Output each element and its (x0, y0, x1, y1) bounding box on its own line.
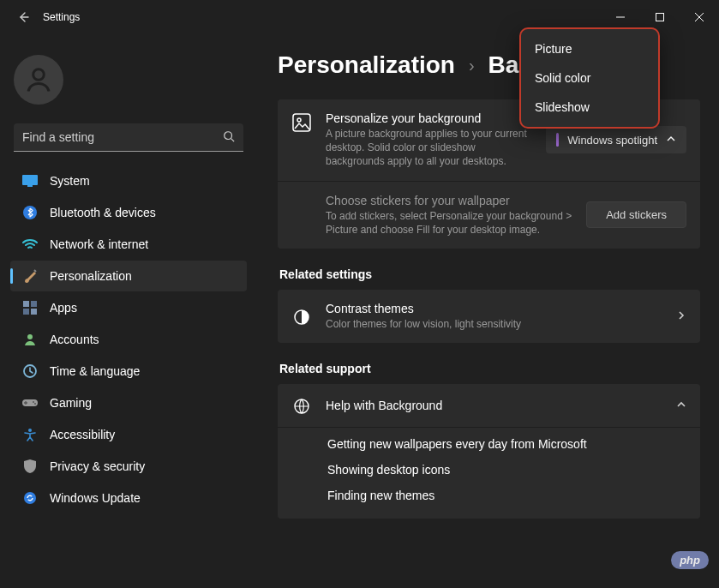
nav-label: Network & internet (50, 237, 148, 251)
sidebar-item-gaming[interactable]: Gaming (10, 387, 247, 418)
dropdown-selected: Windows spotlight (567, 134, 657, 147)
svg-point-13 (33, 401, 34, 403)
related-settings-heading: Related settings (279, 267, 700, 281)
svg-rect-0 (656, 14, 664, 21)
watermark-pill: php (671, 551, 709, 569)
svg-point-14 (34, 403, 36, 405)
sidebar-item-accessibility[interactable]: Accessibility (10, 419, 247, 450)
chevron-up-icon (676, 398, 686, 413)
gamepad-icon (22, 395, 38, 411)
accent-bar (556, 133, 559, 147)
option-solid-color[interactable]: Solid color (521, 63, 658, 93)
sidebar-item-privacy[interactable]: Privacy & security (10, 451, 247, 482)
svg-rect-8 (23, 309, 29, 315)
chevron-right-icon (676, 309, 686, 324)
clock-icon (22, 363, 38, 379)
svg-point-10 (27, 334, 33, 339)
bluetooth-icon (22, 205, 38, 220)
sidebar-item-system[interactable]: System (10, 165, 247, 196)
display-icon (22, 173, 38, 189)
svg-rect-9 (31, 309, 37, 315)
contrast-sub: Color themes for low vision, light sensi… (326, 317, 662, 331)
search-icon (223, 130, 235, 146)
update-icon (22, 490, 38, 506)
minimize-icon (616, 13, 625, 21)
close-button[interactable] (680, 3, 719, 31)
help-card: Help with Background Getting new wallpap… (278, 384, 700, 519)
sidebar-item-bluetooth[interactable]: Bluetooth & devices (10, 197, 247, 228)
help-link-icons[interactable]: Showing desktop icons (278, 457, 700, 483)
window-title: Settings (43, 11, 80, 23)
option-slideshow[interactable]: Slideshow (521, 93, 658, 122)
svg-point-18 (297, 118, 301, 122)
contrast-icon (291, 307, 312, 326)
help-title: Help with Background (326, 399, 662, 412)
personalize-sub: A picture background applies to your cur… (326, 127, 532, 169)
nav-label: Gaming (50, 396, 92, 410)
sidebar-item-update[interactable]: Windows Update (10, 483, 247, 513)
sidebar-item-accounts[interactable]: Accounts (10, 324, 247, 355)
svg-rect-4 (27, 185, 33, 187)
person-icon (23, 64, 54, 95)
help-link-wallpapers[interactable]: Getting new wallpapers every day from Mi… (278, 431, 700, 457)
nav-label: Windows Update (50, 491, 141, 505)
breadcrumb-parent[interactable]: Personalization (278, 51, 455, 79)
paintbrush-icon (22, 268, 38, 284)
option-picture[interactable]: Picture (521, 34, 658, 63)
nav-list: System Bluetooth & devices Network & int… (5, 165, 252, 513)
svg-rect-17 (293, 114, 310, 131)
svg-point-2 (225, 131, 232, 139)
nav-label: Privacy & security (50, 459, 145, 473)
svg-rect-3 (22, 175, 38, 185)
back-button[interactable] (10, 10, 36, 24)
accounts-icon (22, 332, 38, 347)
picture-icon (291, 111, 312, 132)
related-support-heading: Related support (279, 362, 700, 375)
search-input[interactable] (14, 123, 243, 152)
sidebar-item-time[interactable]: Time & language (10, 356, 247, 387)
shield-icon (22, 459, 38, 474)
chevron-up-icon (666, 134, 676, 147)
stickers-row: Choose stickers for your wallpaper To ad… (278, 181, 700, 249)
nav-label: Bluetooth & devices (50, 206, 156, 219)
sidebar-item-personalization[interactable]: Personalization (10, 261, 247, 291)
svg-rect-6 (23, 301, 29, 307)
arrow-left-icon (16, 10, 30, 24)
stickers-sub: To add stickers, select Personalize your… (326, 209, 572, 237)
breadcrumb-separator: › (469, 56, 475, 75)
nav-label: Accessibility (50, 428, 115, 441)
apps-icon (22, 300, 38, 315)
personalize-title: Personalize your background (326, 111, 532, 125)
svg-point-1 (33, 69, 45, 81)
sidebar: System Bluetooth & devices Network & int… (0, 41, 257, 521)
nav-label: Time & language (50, 364, 140, 378)
nav-label: Accounts (50, 333, 99, 346)
maximize-icon (656, 13, 664, 21)
stickers-title: Choose stickers for your wallpaper (326, 194, 572, 207)
wifi-icon (22, 237, 38, 252)
sidebar-item-apps[interactable]: Apps (10, 292, 247, 323)
background-type-menu: Picture Solid color Slideshow (519, 27, 660, 129)
search-box[interactable] (14, 123, 243, 152)
help-link-themes[interactable]: Finding new themes (278, 483, 700, 508)
contrast-title: Contrast themes (326, 302, 662, 315)
nav-label: Apps (50, 301, 77, 315)
background-type-dropdown[interactable]: Windows spotlight (546, 126, 686, 153)
profile-block[interactable] (5, 48, 252, 111)
contrast-card[interactable]: Contrast themes Color themes for low vis… (278, 290, 700, 343)
svg-rect-7 (31, 301, 37, 307)
sidebar-item-network[interactable]: Network & internet (10, 229, 247, 260)
globe-icon (291, 396, 312, 415)
svg-point-16 (24, 492, 36, 504)
svg-point-15 (28, 429, 32, 432)
watermark: php (671, 551, 712, 569)
nav-label: System (50, 174, 90, 188)
nav-label: Personalization (50, 269, 132, 283)
accessibility-icon (22, 427, 38, 442)
avatar (14, 55, 63, 105)
help-header-row[interactable]: Help with Background (278, 384, 700, 427)
add-stickers-button[interactable]: Add stickers (586, 201, 686, 228)
close-icon (695, 13, 704, 21)
